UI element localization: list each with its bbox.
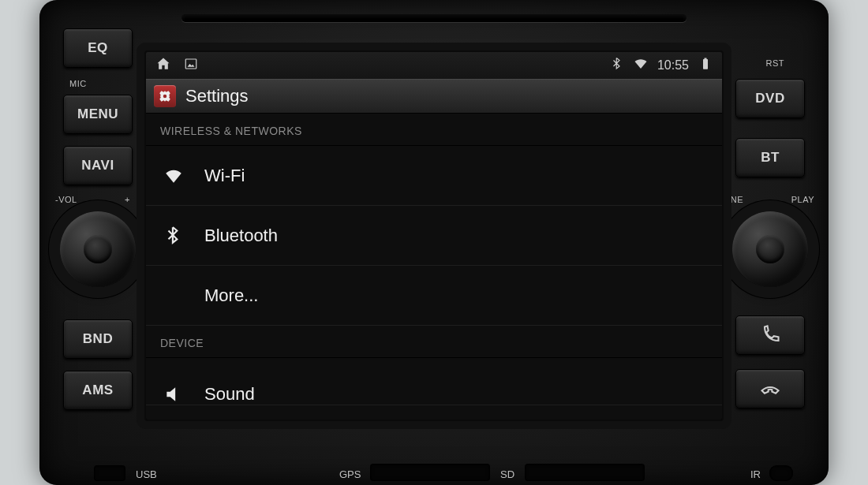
phone-icon <box>759 324 781 346</box>
title-bar: Settings <box>146 79 722 114</box>
navi-button[interactable]: NAVI <box>63 146 133 185</box>
bluetooth-icon <box>160 226 187 246</box>
mic-label: MIC <box>69 79 87 88</box>
sd-slot[interactable] <box>526 464 644 480</box>
ams-button[interactable]: AMS <box>63 371 133 410</box>
disc-slot[interactable] <box>181 14 687 22</box>
usb-port[interactable] <box>95 466 125 480</box>
gps-label: GPS <box>339 468 361 480</box>
sd-label: SD <box>500 468 514 480</box>
volume-knob[interactable] <box>60 211 136 287</box>
usb-label: USB <box>136 468 157 480</box>
eq-button[interactable]: EQ <box>63 28 133 68</box>
head-unit: EQ MIC MENU NAVI -VOL + BND AMS RST DVD … <box>39 0 829 485</box>
bt-button[interactable]: BT <box>735 138 805 177</box>
status-time: 10:55 <box>657 58 689 73</box>
wifi-status-icon <box>634 57 648 74</box>
bluetooth-status-icon <box>610 57 624 74</box>
row-bluetooth[interactable]: Bluetooth <box>146 206 722 266</box>
row-bluetooth-label: Bluetooth <box>204 226 278 246</box>
phone-answer-button[interactable] <box>735 315 805 355</box>
tune-knob[interactable] <box>732 211 808 287</box>
row-more[interactable]: More... <box>146 266 722 326</box>
row-wifi[interactable]: Wi-Fi <box>146 146 722 206</box>
phone-down-icon <box>759 378 781 400</box>
dvd-button[interactable]: DVD <box>735 79 805 118</box>
gps-slot[interactable] <box>371 464 489 480</box>
wifi-icon <box>160 166 187 186</box>
android-screen: 10:55 Settings WIRELESS & NETWORKS Wi-Fi <box>144 50 724 421</box>
row-sound-label: Sound <box>204 384 255 405</box>
bnd-button[interactable]: BND <box>63 319 133 359</box>
row-sound[interactable]: Sound <box>146 358 722 405</box>
settings-list[interactable]: WIRELESS & NETWORKS Wi-Fi Bluetooth More… <box>146 114 722 420</box>
play-label: PLAY <box>791 195 814 204</box>
section-wireless-header: WIRELESS & NETWORKS <box>146 114 722 146</box>
battery-icon <box>698 57 713 74</box>
ir-receiver <box>770 466 792 480</box>
picture-icon[interactable] <box>184 57 198 74</box>
svg-rect-0 <box>185 59 196 69</box>
ir-label: IR <box>750 468 761 480</box>
rst-label: RST <box>766 58 785 68</box>
phone-hangup-button[interactable] <box>735 369 805 409</box>
menu-button[interactable]: MENU <box>63 95 133 134</box>
settings-app-icon <box>154 85 176 107</box>
sound-icon <box>160 384 187 405</box>
svg-rect-2 <box>705 58 707 60</box>
status-bar: 10:55 <box>146 52 722 79</box>
home-icon[interactable] <box>155 56 171 75</box>
vol-plus-label: + <box>125 195 130 204</box>
vol-minus-label: -VOL <box>55 195 77 204</box>
section-device-header: DEVICE <box>146 326 722 358</box>
row-wifi-label: Wi-Fi <box>204 166 245 186</box>
svg-rect-1 <box>703 59 708 69</box>
row-more-label: More... <box>204 285 258 306</box>
page-title: Settings <box>185 86 249 106</box>
